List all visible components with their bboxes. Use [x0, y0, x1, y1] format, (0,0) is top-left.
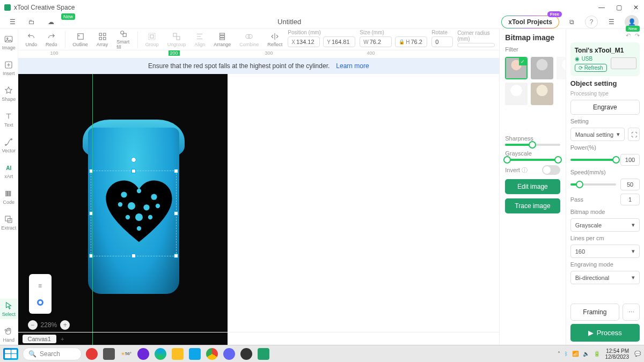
undo-icon[interactable]: ↶ [626, 32, 631, 39]
selection-box[interactable] [91, 171, 177, 256]
resize-handle-ne[interactable] [174, 169, 178, 173]
filter-option[interactable] [531, 57, 553, 79]
window-close[interactable]: ✕ [632, 4, 640, 11]
power-input[interactable]: 100 [620, 154, 640, 166]
group-button[interactable]: Group [142, 32, 162, 47]
align-button[interactable]: Align [191, 32, 208, 47]
size-w-input[interactable]: W76.2 [360, 36, 392, 47]
bitmap-mode-select[interactable]: Grayscale▾ [570, 218, 640, 232]
taskbar-edge[interactable] [155, 348, 166, 360]
invert-toggle[interactable] [542, 165, 560, 175]
canvas[interactable]: ≡ − 228% + Canvas1 + [18, 74, 500, 345]
size-h-input[interactable]: 🔒H76.2 [395, 36, 427, 47]
rail-select[interactable]: Select [0, 299, 18, 319]
xtool-projects-button[interactable]: Free xTool Projects [501, 16, 559, 28]
taskbar-app[interactable] [223, 348, 235, 360]
resize-handle-e[interactable] [174, 211, 178, 216]
pass-input[interactable]: 1 [620, 194, 640, 205]
undo-button[interactable]: Undo [23, 32, 41, 47]
array-button[interactable]: Array [93, 32, 112, 47]
position-y-input[interactable]: Y164.81 [323, 36, 355, 47]
filter-option[interactable] [531, 83, 553, 105]
filter-option[interactable] [505, 108, 528, 131]
rail-xart[interactable]: AIxArt [0, 161, 18, 181]
filter-original[interactable] [505, 57, 528, 79]
layers-menu-icon[interactable]: ≡ [38, 282, 42, 290]
taskbar-weather[interactable]: ☀56° [120, 348, 132, 360]
rail-vector[interactable]: Vector [0, 135, 18, 156]
tray-bluetooth-icon[interactable]: ᛒ [565, 351, 568, 357]
redo-button[interactable]: Redo [42, 32, 61, 47]
corner-input[interactable] [457, 43, 495, 47]
trace-image-button[interactable]: Trace image [505, 198, 560, 213]
refresh-button[interactable]: ⟳Refresh [575, 64, 607, 72]
filter-option[interactable] [557, 83, 565, 105]
export-icon[interactable]: ⧉ [565, 16, 579, 28]
smartfill-button[interactable]: Smart fill [113, 29, 133, 50]
edit-image-button[interactable]: Edit image [505, 179, 560, 194]
rotate-handle[interactable] [131, 157, 136, 162]
tray-volume-icon[interactable]: 🔈 [583, 351, 589, 357]
arrange-button[interactable]: Arrange [210, 32, 234, 47]
zoom-in-button[interactable]: + [60, 320, 70, 330]
resize-handle-n[interactable] [131, 169, 136, 173]
ungroup-button[interactable]: Ungroup [164, 32, 189, 47]
filter-option[interactable] [505, 83, 528, 105]
resize-handle-s[interactable] [131, 254, 136, 258]
taskbar-chrome[interactable] [206, 348, 218, 360]
notifications-icon[interactable]: 💬 [634, 351, 641, 357]
engraving-mode-select[interactable]: Bi-directional▾ [570, 271, 640, 284]
manual-setting-select[interactable]: Manual setting▾ [570, 128, 625, 141]
settings-icon[interactable]: ☰ [604, 16, 618, 28]
redo-icon[interactable]: ↷ [635, 32, 640, 39]
cloud-icon[interactable]: ☁ [44, 16, 58, 28]
sharpness-slider[interactable] [505, 144, 560, 146]
position-x-input[interactable]: X134.12 [288, 36, 320, 47]
tab-canvas1[interactable]: Canvas1 [23, 335, 56, 343]
resize-handle-se[interactable] [174, 254, 178, 258]
speed-input[interactable]: 50 [620, 179, 640, 190]
layers-panel[interactable]: ≡ [29, 274, 52, 314]
engrave-mode-button[interactable]: Engrave [570, 100, 640, 115]
window-maximize[interactable]: ▢ [615, 4, 623, 11]
hamburger-icon[interactable]: ☰ [5, 16, 19, 28]
taskbar-app[interactable] [86, 348, 98, 360]
rail-image[interactable]: Image [0, 32, 18, 53]
zoom-out-button[interactable]: − [28, 320, 38, 330]
lines-input[interactable]: 160▾ [570, 245, 640, 258]
power-slider[interactable] [570, 159, 616, 161]
taskbar-app[interactable] [240, 348, 252, 360]
taskbar-app[interactable] [137, 348, 149, 360]
start-button[interactable] [3, 348, 18, 360]
speed-slider[interactable] [570, 183, 616, 186]
taskbar-explorer[interactable] [172, 348, 184, 360]
rail-code[interactable]: Code [0, 187, 18, 207]
learn-more-link[interactable]: Learn more [336, 62, 369, 70]
rail-shape[interactable]: Shape [0, 84, 18, 104]
taskbar-xtool[interactable] [258, 348, 269, 360]
process-button[interactable]: ▶Process [570, 324, 640, 342]
grayscale-slider[interactable] [505, 159, 560, 161]
rail-text[interactable]: Text [0, 109, 18, 130]
window-minimize[interactable]: — [598, 4, 605, 11]
taskbar-clock[interactable]: 12:54 PM 12/8/2023 [605, 348, 630, 360]
tray-chevron-icon[interactable]: ˄ [558, 351, 560, 357]
help-icon[interactable]: ? [585, 16, 598, 28]
filter-option[interactable] [557, 57, 565, 79]
taskbar-search[interactable]: 🔍Search [23, 348, 82, 360]
taskbar-app[interactable] [189, 348, 201, 360]
expand-icon[interactable]: ⛶ [628, 128, 640, 141]
rail-extract[interactable]: Extract [0, 212, 18, 233]
tray-battery-icon[interactable]: 🔋 [594, 351, 600, 357]
more-button[interactable]: ⋯ [623, 304, 640, 321]
combine-button[interactable]: Combine [236, 32, 262, 47]
folder-icon[interactable]: 🗀 [25, 16, 39, 28]
rail-insert[interactable]: Insert [0, 58, 18, 78]
tray-wifi-icon[interactable]: 📶 [572, 351, 579, 357]
outline-button[interactable]: Outline [69, 32, 91, 47]
taskbar-app[interactable] [103, 348, 115, 360]
framing-button[interactable]: Framing [570, 304, 619, 321]
rail-hand[interactable]: Hand [0, 324, 18, 345]
add-canvas-button[interactable]: + [61, 336, 64, 342]
reflect-button[interactable]: Reflect [264, 32, 286, 47]
